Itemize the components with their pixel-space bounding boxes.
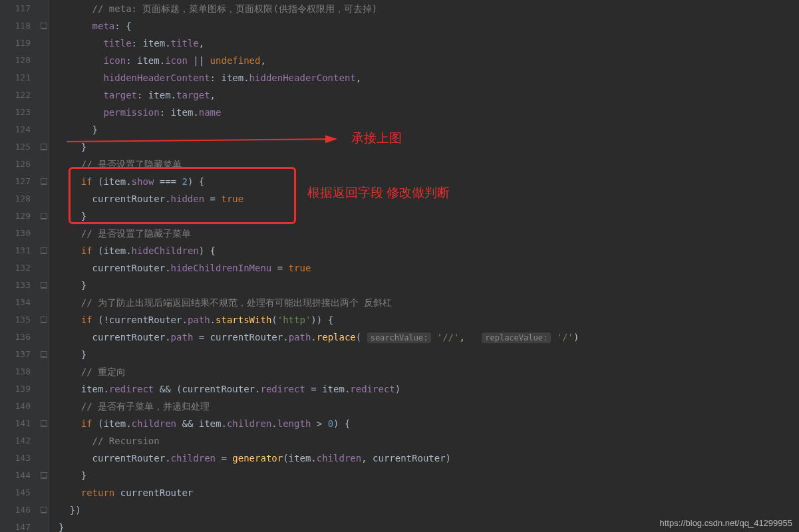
fold-toggle-icon[interactable] [41,472,47,479]
line-number: 117 [5,0,31,17]
code-line[interactable]: } [59,121,799,138]
code-line[interactable]: // 是否设置了隐藏菜单 [59,156,799,173]
fold-toggle-icon[interactable] [41,23,47,29]
fold-toggle-icon[interactable] [41,213,47,219]
line-number: 118 [5,17,31,35]
line-number: 130 [5,225,31,242]
code-line[interactable]: } [59,277,799,294]
line-number: 124 [5,121,31,138]
code-line[interactable]: // Recursion [59,432,799,450]
line-number: 146 [5,501,31,519]
line-number: 147 [5,519,31,532]
fold-toggle-icon[interactable] [41,282,47,289]
line-number: 139 [5,380,31,398]
line-number: 140 [5,398,31,415]
code-line[interactable]: if (item.hideChildren) { [59,242,799,259]
line-number: 122 [5,86,31,104]
code-line[interactable]: currentRouter.path = currentRouter.path.… [59,329,799,346]
line-number: 137 [5,346,31,363]
param-hint: searchValue: [367,332,432,343]
line-number: 120 [5,52,31,69]
line-number: 133 [5,277,31,294]
code-line[interactable]: hiddenHeaderContent: item.hiddenHeaderCo… [59,69,799,86]
line-number: 136 [5,329,31,346]
code-line[interactable]: if (!currentRouter.path.startsWith('http… [59,311,799,329]
line-number: 127 [5,173,31,190]
param-hint: replaceValue: [482,332,551,343]
code-line[interactable]: // 为了防止出现后端返回结果不规范，处理有可能出现拼接出两个 反斜杠 [59,294,799,311]
fold-toggle-icon[interactable] [41,420,47,427]
line-number: 126 [5,156,31,173]
annotation-label-2: 根据返回字段 修改做判断 [307,184,450,201]
code-line[interactable]: }) [59,501,799,519]
line-number: 145 [5,484,31,501]
code-line[interactable]: title: item.title, [59,35,799,52]
code-editor[interactable]: 1171181191201211221231241251261271281291… [0,0,799,532]
code-line[interactable]: target: item.target, [59,86,799,104]
fold-column[interactable] [39,0,49,532]
code-line[interactable]: item.redirect && (currentRouter.redirect… [59,380,799,398]
line-number: 141 [5,415,31,432]
line-number: 144 [5,467,31,484]
line-number: 121 [5,69,31,86]
line-number: 132 [5,259,31,277]
fold-toggle-icon[interactable] [41,351,47,358]
line-number-gutter: 1171181191201211221231241251261271281291… [0,0,39,532]
line-number: 134 [5,294,31,311]
line-number: 142 [5,432,31,450]
line-number: 129 [5,207,31,225]
fold-toggle-icon[interactable] [41,247,47,254]
code-line[interactable]: // 是否有子菜单，并递归处理 [59,398,799,415]
fold-toggle-icon[interactable] [41,178,47,185]
code-line[interactable]: return currentRouter [59,484,799,501]
line-number: 119 [5,35,31,52]
line-number: 125 [5,138,31,156]
line-number: 143 [5,450,31,467]
fold-toggle-icon[interactable] [41,507,47,513]
code-line[interactable]: // meta: 页面标题，菜单图标，页面权限(供指令权限用，可去掉) [59,0,799,17]
annotation-label-1: 承接上图 [351,130,402,147]
code-line[interactable]: // 是否设置了隐藏子菜单 [59,225,799,242]
code-area[interactable]: // meta: 页面标题，菜单图标，页面权限(供指令权限用，可去掉) meta… [49,0,799,532]
code-line[interactable]: // 重定向 [59,363,799,380]
code-line[interactable]: } [59,467,799,484]
code-line[interactable]: currentRouter.children = generator(item.… [59,450,799,467]
code-line[interactable]: permission: item.name [59,104,799,121]
fold-toggle-icon[interactable] [41,144,47,150]
line-number: 123 [5,104,31,121]
code-line[interactable]: } [59,138,799,156]
line-number: 128 [5,190,31,207]
code-line[interactable]: icon: item.icon || undefined, [59,52,799,69]
watermark: https://blog.csdn.net/qq_41299955 [660,518,793,528]
line-number: 131 [5,242,31,259]
code-line[interactable]: meta: { [59,17,799,35]
line-number: 138 [5,363,31,380]
code-line[interactable]: currentRouter.hideChildrenInMenu = true [59,259,799,277]
code-line[interactable]: } [59,207,799,225]
line-number: 135 [5,311,31,329]
code-line[interactable]: } [59,346,799,363]
code-line[interactable]: if (item.children && item.children.lengt… [59,415,799,432]
fold-toggle-icon[interactable] [41,317,47,323]
